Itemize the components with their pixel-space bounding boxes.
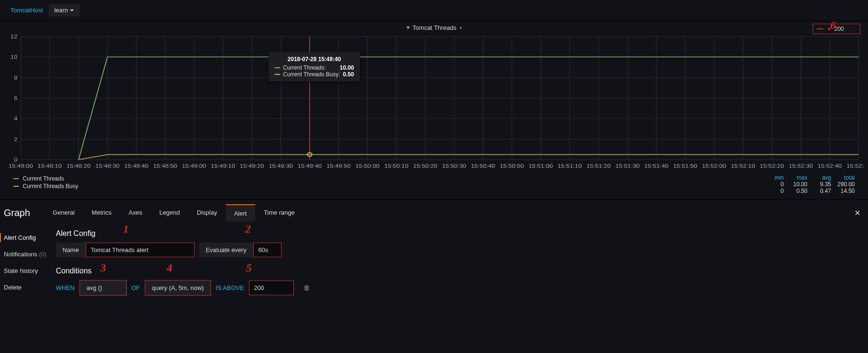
name-label: Name — [56, 243, 86, 257]
threshold-line-icon — [817, 28, 824, 29]
legend-table: Current Threads Current Threads Busy min… — [4, 172, 864, 194]
svg-text:8: 8 — [14, 74, 18, 81]
series-color-icon — [275, 74, 280, 75]
svg-text:15:50:40: 15:50:40 — [471, 163, 495, 169]
svg-text:15:50:20: 15:50:20 — [413, 163, 437, 169]
svg-text:15:48:40: 15:48:40 — [124, 163, 148, 169]
tab-timerange[interactable]: Time range — [255, 204, 303, 222]
svg-text:15:51:00: 15:51:00 — [529, 163, 553, 169]
sidebar-item-alert-config[interactable]: Alert Config — [4, 229, 56, 246]
svg-text:0: 0 — [14, 157, 18, 163]
delete-condition-button[interactable]: 🗑 — [299, 281, 315, 294]
svg-text:15:50:10: 15:50:10 — [384, 163, 408, 169]
chart-tooltip: 2018-07-28 15:49:40 Current Threads: 10.… — [269, 52, 360, 81]
sidebar-item-notifications[interactable]: Notifications (0) — [4, 246, 56, 262]
panel-type: Graph — [4, 208, 30, 218]
tab-legend[interactable]: Legend — [151, 204, 188, 222]
close-editor-button[interactable]: ✕ — [850, 208, 864, 217]
svg-text:12: 12 — [10, 34, 18, 40]
tooltip-value: 10.00 — [340, 64, 354, 71]
y-axis: 024681012 — [10, 34, 18, 163]
series-color-icon — [13, 178, 19, 179]
tab-axes[interactable]: Axes — [120, 204, 151, 222]
series-color-icon — [275, 67, 280, 68]
legend-label: Current Threads — [23, 175, 64, 182]
chart-area[interactable]: 15:48:0015:48:1015:48:2015:48:3015:48:40… — [4, 34, 864, 172]
svg-text:15:48:30: 15:48:30 — [95, 163, 119, 169]
svg-text:15:48:50: 15:48:50 — [153, 163, 177, 169]
svg-text:15:50:30: 15:50:30 — [442, 163, 466, 169]
svg-text:15:48:20: 15:48:20 — [66, 163, 90, 169]
svg-text:15:52:40: 15:52:40 — [817, 163, 841, 169]
svg-text:15:52:20: 15:52:20 — [760, 163, 784, 169]
section-title: Alert Config — [56, 229, 864, 238]
svg-text:10: 10 — [10, 54, 18, 60]
tab-general[interactable]: General — [44, 204, 83, 222]
heart-icon: ♥ — [406, 24, 409, 31]
caret-down-icon — [70, 9, 74, 11]
breadcrumb-dashboard[interactable]: TomcatHost — [5, 4, 49, 17]
tab-metrics[interactable]: Metrics — [83, 204, 120, 222]
svg-text:15:48:10: 15:48:10 — [37, 163, 62, 169]
svg-text:15:48:00: 15:48:00 — [9, 163, 33, 169]
sidebar-item-label: Notifications — [4, 251, 37, 258]
alert-sidebar: Alert Config Notifications (0) State his… — [4, 229, 56, 296]
query-select[interactable]: query (A, 5m, now) — [145, 280, 211, 296]
tab-display[interactable]: Display — [188, 204, 226, 222]
tooltip-value: 0.50 — [343, 71, 354, 78]
svg-text:15:51:10: 15:51:10 — [558, 163, 582, 169]
svg-text:15:49:10: 15:49:10 — [211, 163, 235, 169]
svg-text:15:52:10: 15:52:10 — [731, 163, 755, 169]
breadcrumb-folder-label: learn — [54, 7, 68, 14]
svg-text:15:52:30: 15:52:30 — [788, 163, 813, 169]
reducer-select[interactable]: avg () — [80, 280, 127, 296]
tooltip-row: Current Threads Busy: 0.50 — [275, 71, 354, 78]
alert-name-input[interactable] — [86, 243, 195, 257]
svg-text:15:51:20: 15:51:20 — [586, 163, 611, 169]
svg-text:4: 4 — [14, 116, 18, 122]
panel-title-bar[interactable]: ♥ Tomcat Threads ▾ ♥ 200 ⋮⋮ — [4, 21, 864, 34]
chart-svg: 15:48:0015:48:1015:48:2015:48:3015:48:40… — [4, 34, 864, 172]
breadcrumb: TomcatHost learn — [0, 0, 868, 21]
breadcrumb-folder[interactable]: learn — [49, 4, 80, 17]
svg-text:2: 2 — [14, 136, 18, 142]
grid — [21, 36, 859, 160]
grip-icon: ⋮⋮ — [848, 26, 856, 32]
svg-text:15:49:00: 15:49:00 — [182, 163, 206, 169]
svg-text:15:49:20: 15:49:20 — [240, 163, 264, 169]
eval-label: Evaluate every — [199, 243, 253, 257]
svg-text:15:49:40: 15:49:40 — [298, 163, 322, 169]
threshold-input[interactable] — [249, 281, 294, 295]
x-axis: 15:48:0015:48:1015:48:2015:48:3015:48:40… — [9, 163, 864, 169]
svg-text:15:50:50: 15:50:50 — [500, 163, 524, 169]
legend-item[interactable]: Current Threads — [13, 175, 760, 182]
stats-row: 00.500.4714.50 — [760, 188, 855, 194]
editor-tabs: General Metrics Axes Legend Display Aler… — [44, 204, 850, 222]
svg-text:15:49:30: 15:49:30 — [269, 163, 293, 169]
svg-text:15:51:40: 15:51:40 — [644, 163, 668, 169]
legend-item[interactable]: Current Threads Busy — [13, 183, 760, 190]
tooltip-label: Current Threads Busy: — [283, 71, 340, 78]
when-keyword: WHEN — [56, 284, 75, 291]
editor-tabs-bar: Graph General Metrics Axes Legend Displa… — [0, 199, 868, 222]
sidebar-item-state-history[interactable]: State history — [4, 262, 56, 279]
alert-config-form: Alert Config Name Evaluate every Conditi… — [56, 229, 864, 296]
svg-text:15:52:00: 15:52:00 — [702, 163, 726, 169]
svg-text:6: 6 — [14, 95, 18, 101]
tab-alert[interactable]: Alert — [226, 204, 256, 222]
tooltip-label: Current Threads: — [283, 64, 337, 71]
sidebar-item-delete[interactable]: Delete — [4, 279, 56, 296]
panel-title: Tomcat Threads — [413, 24, 457, 31]
threshold-badge[interactable]: ♥ 200 ⋮⋮ — [813, 24, 860, 34]
evaluator-keyword: IS ABOVE — [216, 284, 244, 291]
svg-text:15:51:50: 15:51:50 — [673, 163, 697, 169]
of-keyword: OF — [132, 284, 140, 291]
section-title: Conditions — [56, 267, 864, 275]
stats-header: minmaxavgtotal — [760, 174, 855, 181]
heart-break-icon: ♥ — [827, 26, 831, 32]
svg-text:15:51:30: 15:51:30 — [615, 163, 639, 169]
alert-name-row: Name Evaluate every — [56, 243, 864, 257]
svg-text:15:49:50: 15:49:50 — [327, 163, 351, 169]
condition-row: WHEN avg () OF query (A, 5m, now) IS ABO… — [56, 280, 864, 296]
eval-every-input[interactable] — [253, 243, 282, 257]
